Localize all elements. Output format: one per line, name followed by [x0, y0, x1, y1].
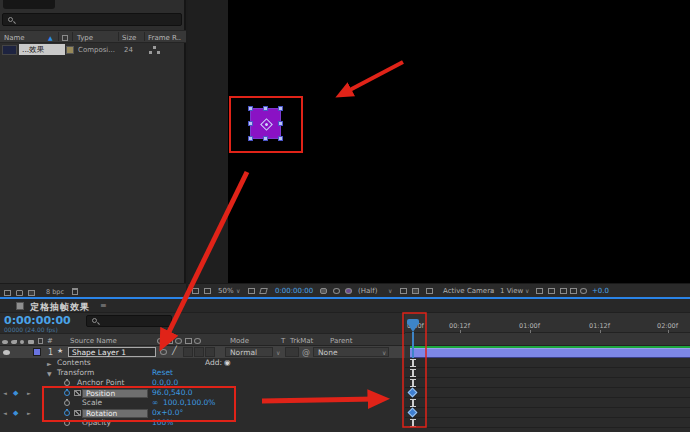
selection-handle[interactable]: [248, 136, 253, 141]
switches-columns-icons[interactable]: [157, 337, 201, 345]
audio-column-icon[interactable]: [11, 338, 17, 346]
current-time-indicator-head[interactable]: [407, 323, 419, 332]
next-keyframe-icon[interactable]: ►: [27, 388, 31, 398]
position-value[interactable]: 96.0,540.0: [152, 388, 193, 398]
layer-row[interactable]: 1 ★ Shape Layer 1 ╱ Normal ∨ @ None ∨: [0, 346, 405, 358]
magnification-dropdown[interactable]: 50%: [218, 287, 234, 295]
contents-label[interactable]: Contents: [57, 358, 91, 368]
quality-pencil-icon[interactable]: ╱: [172, 346, 177, 355]
contents-row[interactable]: ► Contents Add: ◉: [0, 358, 405, 368]
video-column-icon[interactable]: [2, 338, 8, 346]
timeline-search-input[interactable]: [86, 315, 172, 327]
stopwatch-icon-active[interactable]: [64, 390, 70, 396]
transform-label[interactable]: Transform: [57, 368, 94, 378]
pixel-aspect-icon[interactable]: [548, 287, 555, 295]
switch-cell[interactable]: [194, 347, 204, 357]
add-shape-icon[interactable]: ◉: [224, 358, 231, 368]
pickwhip-icon[interactable]: @: [302, 348, 310, 357]
next-keyframe-icon[interactable]: ►: [27, 408, 31, 418]
stopwatch-icon[interactable]: [64, 400, 70, 406]
label-color-icon[interactable]: [62, 34, 68, 42]
parent-dropdown[interactable]: None: [313, 347, 389, 357]
source-name-column[interactable]: Source Name: [70, 337, 117, 345]
mode-column[interactable]: Mode: [230, 337, 249, 345]
chevron-down-icon[interactable]: ∨: [236, 287, 240, 294]
scale-value[interactable]: 100.0,100.0%: [163, 398, 215, 408]
keyframe-toggle-icon[interactable]: ◆: [13, 388, 18, 398]
show-snapshot-icon[interactable]: [333, 287, 340, 295]
reset-link[interactable]: Reset: [152, 368, 173, 378]
parent-column[interactable]: Parent: [330, 337, 352, 345]
new-composition-icon[interactable]: [28, 288, 35, 297]
project-item-row[interactable]: ...效果 Composi... 24: [0, 43, 186, 57]
purple-shape-layer[interactable]: [250, 108, 281, 139]
position-row[interactable]: ◄ ◆ ► Position 96.0,540.0: [0, 388, 405, 398]
solo-column-icon[interactable]: [20, 338, 24, 346]
stopwatch-icon[interactable]: [64, 380, 70, 386]
camera-dropdown[interactable]: Active Camera: [443, 287, 494, 295]
collapse-transformations-icon[interactable]: [160, 347, 167, 356]
composition-name[interactable]: ...效果: [19, 44, 65, 55]
t-column[interactable]: T: [281, 337, 285, 345]
interpret-footage-icon[interactable]: [4, 288, 11, 297]
rotation-name-box[interactable]: Rotation: [82, 409, 148, 418]
layer-label-swatch[interactable]: [33, 348, 41, 356]
timeline-button-icon[interactable]: [560, 287, 567, 295]
bit-depth-button[interactable]: 8 bpc: [46, 288, 64, 296]
show-channel-icon[interactable]: [345, 287, 352, 295]
new-folder-icon[interactable]: [16, 288, 23, 297]
previous-keyframe-icon[interactable]: ◄: [3, 408, 7, 418]
exposure-gear-icon[interactable]: [580, 287, 587, 295]
layer-duration-row[interactable]: [405, 346, 690, 358]
opacity-value[interactable]: 100%: [152, 418, 173, 428]
view-layout-dropdown[interactable]: 1 View: [500, 287, 523, 295]
column-size[interactable]: Size: [122, 34, 136, 42]
chevron-down-icon[interactable]: ∨: [382, 349, 386, 356]
scale-label[interactable]: Scale: [82, 398, 102, 408]
switch-cell[interactable]: [183, 347, 193, 357]
column-frame-rate[interactable]: Frame R..: [148, 34, 181, 42]
mask-visibility-icon[interactable]: [260, 287, 267, 295]
chevron-down-icon[interactable]: ∨: [490, 287, 494, 294]
lock-column-icon[interactable]: [28, 338, 34, 346]
switch-cell[interactable]: [205, 347, 215, 357]
sort-ascending-icon[interactable]: ▲: [48, 34, 53, 41]
anchor-point-icon[interactable]: [260, 118, 273, 131]
stopwatch-icon[interactable]: [64, 420, 70, 426]
share-view-icon[interactable]: [536, 287, 543, 295]
eye-icon[interactable]: [3, 350, 10, 355]
time-ruler[interactable]: 0:00f 00:12f 01:00f 01:12f 02:00f: [405, 313, 690, 333]
exposure-value[interactable]: +0.0: [592, 287, 609, 295]
blend-mode-dropdown[interactable]: Normal: [225, 347, 273, 357]
layer-name[interactable]: Shape Layer 1: [68, 347, 156, 357]
chevron-down-icon[interactable]: ∨: [525, 287, 529, 294]
rotation-value[interactable]: 0x+0.0°: [152, 408, 183, 418]
selection-handle[interactable]: [263, 136, 268, 141]
selection-handle[interactable]: [248, 106, 253, 111]
timeline-tab-bar[interactable]: 定格抽帧效果 ≡: [0, 299, 690, 313]
primary-viewer-icon[interactable]: [204, 287, 211, 295]
selection-handle[interactable]: [278, 106, 283, 111]
column-name[interactable]: Name: [4, 34, 25, 42]
stopwatch-icon-active[interactable]: [64, 410, 70, 416]
transparency-grid-icon[interactable]: [412, 287, 419, 295]
selection-handle[interactable]: [248, 121, 253, 126]
selection-handle[interactable]: [263, 106, 268, 111]
project-tab[interactable]: [3, 0, 55, 9]
index-column[interactable]: #: [47, 337, 53, 345]
opacity-label[interactable]: Opacity: [82, 418, 111, 428]
timeline-graph-area[interactable]: 0:00f 00:12f 01:00f 01:12f 02:00f: [405, 313, 690, 432]
graph-editor-icon[interactable]: [74, 410, 81, 416]
graph-editor-icon[interactable]: [74, 390, 81, 396]
project-column-header[interactable]: Name ▲ Type Size Frame R..: [0, 30, 186, 43]
opacity-row[interactable]: Opacity 100%: [0, 418, 405, 428]
keyframe-toggle-icon[interactable]: ◆: [13, 408, 18, 418]
layer-duration-bar[interactable]: [410, 348, 690, 358]
label-column-icon[interactable]: [38, 337, 43, 345]
delete-icon[interactable]: [72, 288, 78, 295]
panel-menu-icon[interactable]: ≡: [100, 301, 107, 310]
constrain-link-icon[interactable]: ∞: [152, 398, 158, 408]
resolution-dropdown[interactable]: (Half): [358, 287, 377, 295]
anchor-point-label[interactable]: Anchor Point: [77, 378, 124, 388]
rotation-row[interactable]: ◄ ◆ ► Rotation 0x+0.0°: [0, 408, 405, 418]
